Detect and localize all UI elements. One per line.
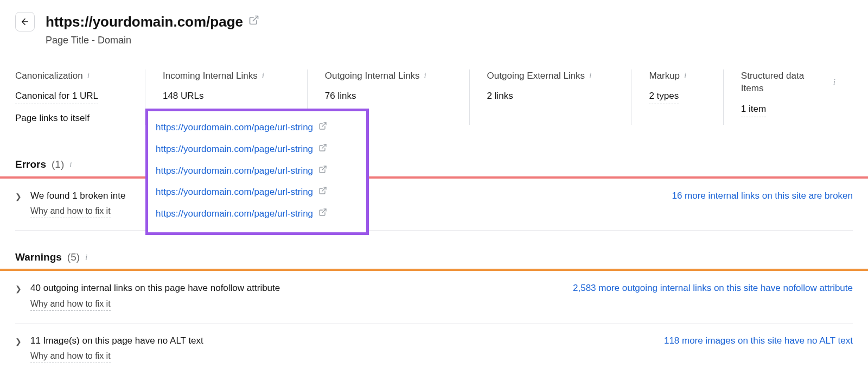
external-link-icon[interactable] [318,207,327,220]
errors-heading: Errors (1) i [15,157,853,172]
info-icon[interactable]: i [87,70,90,81]
svg-line-1 [253,16,258,21]
info-icon[interactable]: i [424,70,426,81]
dropdown-url-text: https://yourdomain.com/page/url-string [156,164,313,178]
dropdown-url-link[interactable]: https://yourdomain.com/page/url-string [156,117,359,138]
external-link-icon[interactable] [318,143,327,156]
stat-value: 76 links [325,90,452,103]
section-count: (5) [67,250,80,265]
issue-row: ❯ 11 Image(s) on this page have no ALT t… [15,324,853,374]
stat-value-link[interactable]: 2 types [649,90,679,104]
info-icon[interactable]: i [85,252,87,263]
stats-row: Canonicalizationi Canonical for 1 URL Pa… [15,69,853,125]
page-subtitle: Page Title - Domain [46,34,259,47]
stat-value-link[interactable]: 1 item [741,103,766,117]
stat-value: 148 URLs [163,90,290,103]
back-button[interactable] [15,12,35,31]
svg-line-5 [322,187,326,191]
stat-value: 2 links [487,90,614,103]
help-link[interactable]: Why and how to fix it [30,350,111,363]
warnings-heading: Warnings (5) i [15,250,853,265]
incoming-links-dropdown: https://yourdomain.com/page/url-stringht… [145,109,369,235]
external-link-icon[interactable] [318,121,327,134]
stat-label: Outgoing Internal Links [325,69,420,83]
svg-line-2 [322,123,326,126]
info-icon[interactable]: i [69,159,72,170]
external-link-icon[interactable] [318,164,327,178]
section-title: Errors [15,157,46,172]
more-issues-link[interactable]: 118 more images on this site have no ALT… [664,334,853,347]
dropdown-url-text: https://yourdomain.com/page/url-string [156,207,313,220]
info-icon[interactable]: i [589,70,591,81]
dropdown-url-text: https://yourdomain.com/page/url-string [156,186,313,199]
more-issues-link[interactable]: 16 more internal links on this site are … [672,189,853,202]
info-icon[interactable]: i [262,70,264,81]
dropdown-url-link[interactable]: https://yourdomain.com/page/url-string [156,160,359,182]
dropdown-url-text: https://yourdomain.com/page/url-string [156,143,313,156]
dropdown-url-link[interactable]: https://yourdomain.com/page/url-string [156,181,359,203]
info-icon[interactable]: i [684,70,686,81]
svg-line-6 [322,209,326,213]
page-header: https://yourdomain.com/page Page Title -… [15,0,853,48]
issue-text: We found 1 broken inte [30,189,125,202]
issue-row: ❯ We found 1 broken inte Why and how to … [15,179,853,231]
stat-label: Incoming Internal Links [163,69,258,83]
stat-canonicalization: Canonicalizationi Canonical for 1 URL Pa… [15,69,145,125]
stat-value: Page links to itself [15,112,127,125]
chevron-right-icon[interactable]: ❯ [15,189,22,218]
issue-row: ❯ 40 outgoing internal links on this pag… [15,271,853,323]
section-count: (1) [52,157,64,172]
info-icon[interactable]: i [833,77,835,88]
stat-structured-data: Structured data Itemsi 1 item [723,69,853,125]
section-title: Warnings [15,250,62,265]
dropdown-url-text: https://yourdomain.com/page/url-string [156,121,313,134]
help-link[interactable]: Why and how to fix it [30,205,111,218]
page-url-title: https://yourdomain.com/page [46,12,243,31]
stat-label: Canonicalization [15,69,83,83]
stat-outgoing-external: Outgoing External Linksi 2 links [469,69,631,125]
dropdown-url-link[interactable]: https://yourdomain.com/page/url-string [156,138,359,160]
svg-line-4 [322,166,326,170]
chevron-right-icon[interactable]: ❯ [15,334,22,363]
help-link[interactable]: Why and how to fix it [30,298,111,310]
stat-label: Outgoing External Links [487,69,585,83]
stat-label: Markup [649,69,680,83]
more-issues-link[interactable]: 2,583 more outgoing internal links on th… [573,282,853,295]
external-link-icon[interactable] [318,186,327,199]
issue-text: 40 outgoing internal links on this page … [30,282,280,295]
dropdown-url-link[interactable]: https://yourdomain.com/page/url-string [156,203,359,225]
stat-markup: Markupi 2 types [631,69,723,125]
chevron-right-icon[interactable]: ❯ [15,282,22,310]
issue-text: 11 Image(s) on this page have no ALT tex… [30,334,203,347]
external-link-icon[interactable] [248,15,259,29]
arrow-left-icon [20,17,30,27]
stat-label: Structured data Items [741,69,829,96]
stat-value-link[interactable]: Canonical for 1 URL [15,90,98,104]
svg-line-3 [322,144,326,148]
